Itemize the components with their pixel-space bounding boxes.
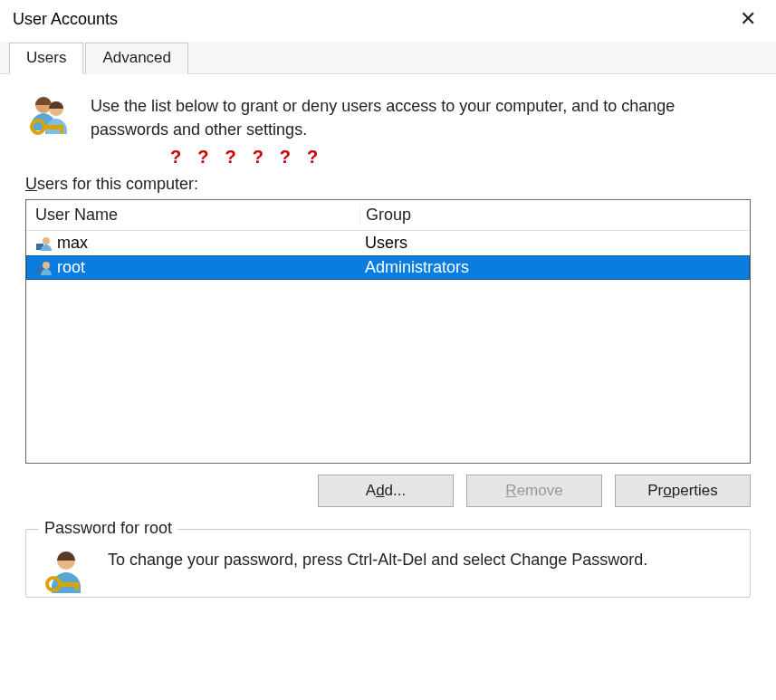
svg-point-8: [43, 262, 50, 269]
intro-section: Use the list below to grant or deny user…: [25, 92, 751, 141]
user-name: root: [57, 258, 85, 277]
user-icon: [35, 260, 52, 276]
add-button[interactable]: Add...: [318, 475, 454, 507]
titlebar: User Accounts ✕: [0, 0, 776, 42]
user-name-cell: root: [26, 258, 359, 277]
user-group-cell: Users: [359, 234, 750, 253]
user-group-cell: Administrators: [359, 258, 750, 277]
user-key-icon: [41, 546, 91, 597]
user-row[interactable]: maxUsers: [26, 231, 750, 255]
password-groupbox: Password for root To change your passwor…: [25, 529, 751, 598]
svg-point-6: [43, 237, 50, 245]
intro-text: Use the list below to grant or deny user…: [91, 92, 751, 141]
tab-advanced[interactable]: Advanced: [85, 43, 188, 74]
properties-button[interactable]: Properties: [615, 475, 751, 507]
users-key-icon: [25, 92, 76, 139]
password-groupbox-label: Password for root: [39, 519, 177, 538]
column-header-username[interactable]: User Name: [26, 206, 359, 225]
window-title: User Accounts: [13, 10, 118, 29]
svg-rect-12: [75, 582, 79, 590]
user-name-cell: max: [26, 234, 359, 253]
user-row[interactable]: rootAdministrators: [26, 255, 750, 280]
users-listbox[interactable]: User Name Group maxUsersrootAdministrato…: [25, 199, 751, 464]
password-instruction-text: To change your password, press Ctrl-Alt-…: [108, 546, 647, 571]
tab-content: Use the list below to grant or deny user…: [0, 74, 776, 598]
listbox-header: User Name Group: [26, 200, 750, 231]
user-name: max: [57, 234, 88, 253]
svg-rect-4: [60, 125, 63, 133]
column-header-group[interactable]: Group: [359, 206, 750, 225]
tab-users[interactable]: Users: [9, 43, 83, 74]
users-list-label: Users for this computer:: [25, 175, 751, 194]
close-button[interactable]: ✕: [733, 7, 763, 31]
user-icon: [35, 235, 52, 252]
button-row: Add... Remove Properties: [25, 475, 751, 507]
tab-strip: Users Advanced: [0, 42, 776, 74]
remove-button: Remove: [466, 475, 602, 507]
question-marks-annotation: ??????: [25, 147, 751, 168]
